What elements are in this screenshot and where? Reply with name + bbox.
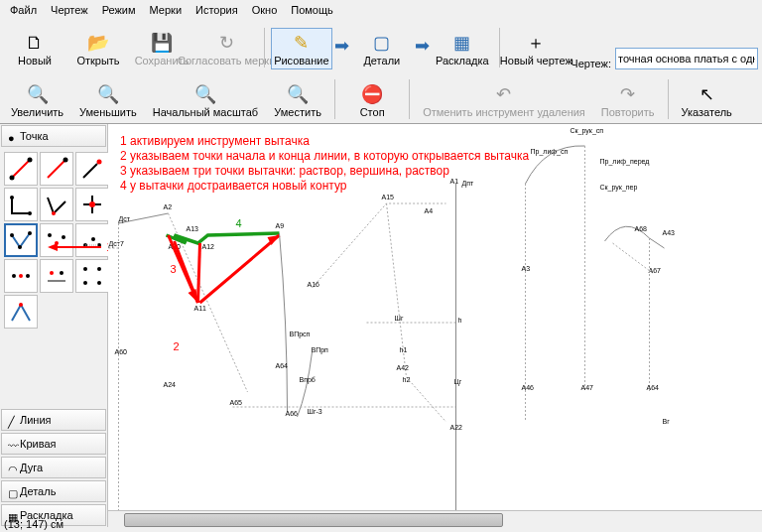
svg-text:2: 2 [174,340,180,352]
zoom-original-button[interactable]: 🔍Начальный масштаб [146,79,265,121]
zoom-out-icon: 🔍 [96,82,120,106]
svg-text:Пр_лиф_перед: Пр_лиф_перед [600,158,650,166]
svg-text:ВПрп: ВПрп [312,346,329,354]
svg-point-24 [19,274,23,278]
tool-point-8[interactable] [40,223,73,257]
tool-point-4[interactable] [4,188,38,221]
svg-point-6 [97,160,102,165]
category-detail[interactable]: ▢Деталь [1,480,106,502]
category-line[interactable]: ╱Линия [1,409,106,431]
drawing-canvas[interactable]: 1 активируем инструмент вытачка 2 указыв… [108,124,762,527]
svg-text:Дпт: Дпт [462,180,475,188]
svg-text:А13: А13 [187,225,199,232]
svg-text:Впрб: Впрб [300,376,316,384]
redo-button[interactable]: ↷Повторить [594,79,662,121]
svg-point-17 [55,241,59,245]
svg-text:Шг: Шг [395,315,404,322]
tool-point-11[interactable] [40,259,73,293]
svg-text:А9: А9 [276,222,285,229]
zoom-reset-icon: 🔍 [193,82,217,106]
layout-mode-button[interactable]: ▦Раскладка [432,28,493,69]
arrow-right-icon: ➡ [415,35,430,57]
pointer-button[interactable]: ↖Указатель [675,79,739,121]
new-button[interactable]: 🗋Новый [4,28,65,69]
menu-history[interactable]: История [190,2,244,18]
svg-point-28 [60,271,64,275]
undo-delete-button[interactable]: ↶Отменить инструмент удаления [416,79,592,121]
tool-point-9[interactable] [75,223,109,257]
agree-button[interactable]: ↻Согласовать мерки [194,28,258,69]
svg-text:А4: А4 [425,207,434,214]
svg-text:Вг: Вг [663,418,671,425]
svg-point-18 [62,235,65,239]
menu-window[interactable]: Окно [246,2,284,18]
menu-measurements[interactable]: Мерки [144,2,188,18]
svg-text:4: 4 [236,217,242,229]
tool-dart[interactable] [4,223,38,257]
svg-point-1 [10,176,15,181]
svg-text:А11: А11 [194,305,207,312]
svg-text:h: h [458,317,462,324]
drawing-mode-button[interactable]: ✎Рисование [271,28,332,69]
svg-text:А67: А67 [649,267,662,274]
svg-point-23 [12,274,16,278]
zoom-fit-icon: 🔍 [286,82,310,106]
svg-text:А12: А12 [202,243,215,250]
svg-text:А66: А66 [286,410,299,417]
open-button[interactable]: 📂Открыть [67,28,129,69]
svg-point-31 [83,281,87,285]
sync-icon: ↻ [214,31,238,55]
svg-point-4 [64,158,68,163]
category-point[interactable]: ●Точка [1,125,106,147]
tool-point-13[interactable] [4,295,38,329]
tool-point-10[interactable] [4,259,38,293]
stop-button[interactable]: ⛔Стоп [341,79,403,121]
new-drawing-button[interactable]: ＋Новый чертеж [505,28,567,69]
svg-line-93 [613,243,653,273]
tool-point-2[interactable] [40,152,73,186]
menu-drawing[interactable]: Чертеж [45,2,94,18]
category-arc[interactable]: ◠Дуга [1,457,106,478]
arc-icon: ◠ [8,464,16,471]
svg-text:А3: А3 [522,265,531,272]
detail-icon: ▢ [370,31,394,55]
svg-text:А15: А15 [382,194,395,200]
horizontal-scrollbar[interactable] [108,510,762,527]
zoom-fit-button[interactable]: 🔍Уместить [267,79,328,121]
svg-point-15 [28,231,32,235]
svg-text:А1: А1 [450,178,459,185]
zoom-out-button[interactable]: 🔍Уменьшить [72,79,144,121]
svg-point-13 [10,233,14,237]
tool-point-12[interactable] [75,259,109,293]
svg-text:А43: А43 [663,229,676,236]
menu-mode[interactable]: Режим [96,2,142,18]
curve-icon: 〰 [8,440,16,448]
svg-point-25 [26,274,30,278]
detail-mode-button[interactable]: ▢Детали [351,28,413,69]
arrow-right-icon: ➡ [334,35,349,57]
tool-point-3[interactable] [75,152,109,186]
tool-point-1[interactable] [4,152,38,186]
svg-point-29 [83,267,87,271]
svg-text:ВПрсп: ВПрсп [290,331,311,338]
category-curve[interactable]: 〰Кривая [1,433,106,455]
svg-text:Ск_рук_пер: Ск_рук_пер [600,184,638,192]
drawing-name-input[interactable] [615,48,758,69]
tool-point-6[interactable] [75,188,109,221]
svg-point-12 [89,201,95,207]
pointer-icon: ↖ [695,82,718,106]
pencil-icon: ✎ [290,31,314,55]
redo-icon: ↷ [616,82,640,106]
svg-line-52 [198,243,200,303]
menu-help[interactable]: Помощь [285,2,339,18]
svg-text:А47: А47 [581,384,594,391]
svg-text:А16: А16 [308,281,320,288]
status-bar: (13; 147) см [0,516,67,532]
zoom-in-button[interactable]: 🔍Увеличить [4,79,70,121]
disk-icon: 💾 [150,31,174,55]
svg-text:А42: А42 [397,364,410,371]
svg-point-33 [19,303,23,307]
menu-file[interactable]: Файл [4,2,43,18]
tool-point-5[interactable] [40,188,73,221]
file-icon: 🗋 [23,31,47,55]
